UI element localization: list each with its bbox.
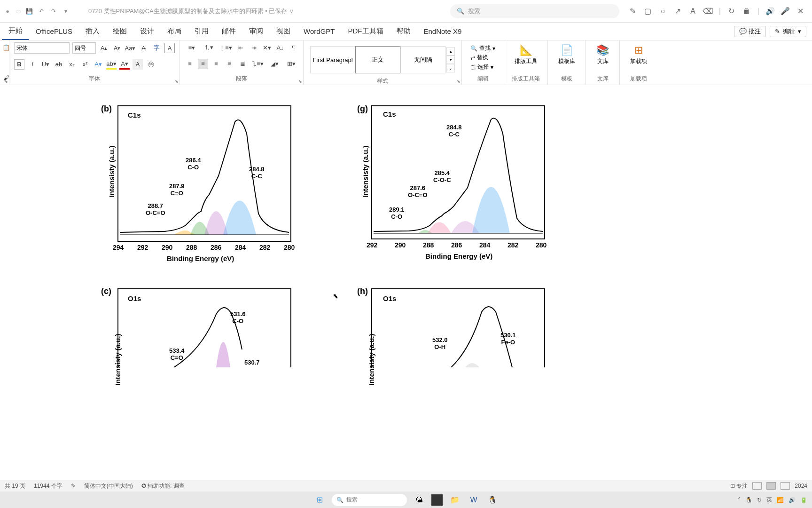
- borders-icon[interactable]: ⊞▾: [284, 59, 298, 69]
- distribute-icon[interactable]: ≣: [237, 59, 248, 69]
- tab-draw[interactable]: 绘图: [106, 23, 133, 40]
- subscript-button[interactable]: x₂: [67, 59, 77, 70]
- style-more-icon[interactable]: ⌄: [446, 64, 455, 72]
- word-icon[interactable]: W: [467, 493, 480, 507]
- clipboard-launcher[interactable]: ⬊: [4, 79, 8, 84]
- multilevel-icon[interactable]: ⋮≡▾: [219, 42, 233, 53]
- text-effects-icon[interactable]: A▾: [93, 59, 103, 70]
- web-view-icon[interactable]: [781, 482, 790, 490]
- tab-insert[interactable]: 插入: [79, 23, 106, 40]
- taskbar-search[interactable]: 🔍 搜索: [332, 494, 407, 506]
- char-shading-icon[interactable]: A: [133, 59, 143, 70]
- justify-icon[interactable]: ≡: [224, 59, 234, 69]
- char-border-icon[interactable]: A: [164, 43, 175, 53]
- search-input[interactable]: 🔍 搜索: [450, 4, 619, 18]
- line-spacing-icon[interactable]: ⇅≡▾: [250, 59, 265, 69]
- redo-icon[interactable]: ↷: [50, 8, 57, 15]
- qat-more-icon[interactable]: ▾: [62, 8, 70, 15]
- tab-officeplus[interactable]: OfficePLUS: [29, 24, 79, 39]
- shading-icon[interactable]: ◢▾: [267, 59, 281, 69]
- align-left-icon[interactable]: ≡: [185, 59, 195, 69]
- asian-layout-icon[interactable]: ✕▾: [262, 42, 272, 53]
- eraser-icon[interactable]: ⌫: [704, 7, 712, 16]
- font-launcher[interactable]: ⬊: [175, 79, 179, 84]
- status-accessibility[interactable]: ✪ 辅助功能: 调查: [141, 482, 185, 490]
- status-language[interactable]: 简体中文(中国大陆): [84, 482, 133, 490]
- style-normal[interactable]: 正文: [355, 46, 400, 73]
- start-button[interactable]: ⊞: [313, 493, 326, 507]
- tray-qq-icon[interactable]: 🐧: [745, 497, 752, 503]
- widgets-icon[interactable]: 🌤: [413, 493, 426, 507]
- grow-font-icon[interactable]: A▴: [99, 43, 109, 53]
- tray-volume-icon[interactable]: 🔊: [789, 497, 796, 503]
- style-up-icon[interactable]: ▴: [446, 47, 455, 56]
- mic-icon[interactable]: 🎤: [781, 7, 789, 16]
- tab-view[interactable]: 视图: [270, 23, 297, 40]
- tab-reference[interactable]: 引用: [188, 23, 215, 40]
- status-spell-icon[interactable]: ✎: [71, 483, 76, 489]
- arrow-icon[interactable]: ↗: [674, 7, 682, 16]
- tray-wifi-icon[interactable]: 📶: [777, 497, 784, 503]
- style-nospacing[interactable]: 无间隔: [400, 46, 445, 73]
- tray-battery-icon[interactable]: 🔋: [800, 497, 807, 503]
- replace-button[interactable]: ⇄替换: [470, 54, 495, 62]
- tray-chevron-icon[interactable]: ˄: [738, 497, 741, 503]
- tab-review[interactable]: 审阅: [242, 23, 270, 40]
- text-icon[interactable]: A: [689, 7, 697, 16]
- phonetic-icon[interactable]: 字: [151, 43, 162, 53]
- status-pages[interactable]: 共 19 页: [5, 482, 25, 490]
- increase-indent-icon[interactable]: ⇥: [249, 42, 259, 53]
- tab-mail[interactable]: 邮件: [215, 23, 242, 40]
- tab-layout[interactable]: 布局: [161, 23, 188, 40]
- explorer-icon[interactable]: [431, 494, 443, 506]
- align-center-icon[interactable]: ≡: [198, 59, 208, 69]
- focus-mode-button[interactable]: ⊡ 专注: [730, 482, 748, 490]
- para-launcher[interactable]: ⬊: [298, 79, 302, 84]
- undo-icon[interactable]: ↶: [38, 8, 45, 15]
- document-title[interactable]: 0720 柔性PNIPAM@CA生物滤膜原型的制备及去除水中的四环素 • 已保存…: [88, 7, 294, 16]
- bold-button[interactable]: B: [14, 59, 24, 70]
- trash-icon[interactable]: 🗑: [742, 7, 751, 16]
- style-down-icon[interactable]: ▾: [446, 56, 455, 64]
- bullets-icon[interactable]: ≡▾: [185, 42, 199, 53]
- tab-endnote[interactable]: EndNote X9: [417, 24, 468, 39]
- decrease-indent-icon[interactable]: ⇤: [235, 42, 246, 53]
- highlight-icon[interactable]: ab▾: [106, 59, 117, 70]
- read-view-icon[interactable]: [752, 482, 762, 490]
- document-canvas[interactable]: (b) C1s Intensisty (a.u.) 288.7 O-C=O 28…: [0, 85, 812, 480]
- save-icon[interactable]: 💾: [25, 8, 33, 15]
- align-right-icon[interactable]: ≡: [211, 59, 221, 69]
- comments-button[interactable]: 💬批注: [734, 26, 766, 37]
- status-words[interactable]: 11944 个字: [34, 482, 62, 490]
- tab-wordgpt[interactable]: WordGPT: [297, 24, 341, 39]
- sort-icon[interactable]: A↓: [275, 42, 285, 53]
- tab-start[interactable]: 开始: [2, 23, 29, 40]
- find-button[interactable]: 🔍查找 ▾: [470, 44, 495, 52]
- styles-launcher[interactable]: ⬊: [457, 79, 461, 84]
- pen-icon[interactable]: ✎: [629, 7, 637, 16]
- superscript-button[interactable]: x²: [80, 59, 90, 70]
- numbering-icon[interactable]: ⒈▾: [202, 42, 216, 53]
- underline-button[interactable]: U▾: [40, 59, 51, 70]
- shrink-font-icon[interactable]: A▾: [112, 43, 122, 53]
- square-icon[interactable]: ▢: [644, 7, 652, 16]
- moban-button[interactable]: 📄 模板库: [553, 42, 581, 67]
- tab-help[interactable]: 帮助: [390, 23, 417, 40]
- tab-pdf[interactable]: PDF工具箱: [342, 23, 390, 40]
- paiban-button[interactable]: 📐 排版工具: [509, 42, 543, 67]
- font-size-select[interactable]: [72, 42, 96, 54]
- strike-button[interactable]: ab: [54, 59, 64, 70]
- select-button[interactable]: ⬚选择 ▾: [470, 63, 495, 71]
- change-case-icon[interactable]: Aa▾: [125, 43, 135, 53]
- tab-design[interactable]: 设计: [133, 23, 161, 40]
- close-icon[interactable]: ✕: [796, 7, 804, 16]
- clear-format-icon[interactable]: A̶: [138, 43, 148, 53]
- print-view-icon[interactable]: [766, 482, 776, 490]
- qq-icon[interactable]: 🐧: [486, 493, 499, 507]
- font-color-icon[interactable]: A▾: [119, 59, 130, 70]
- font-family-select[interactable]: [14, 42, 70, 54]
- editing-mode-dropdown[interactable]: ✎编辑▾: [770, 26, 806, 37]
- circle-icon[interactable]: ○: [659, 7, 667, 16]
- style-first-paragraph[interactable]: First Paragrapl: [310, 46, 355, 73]
- tray-sync-icon[interactable]: ↻: [757, 497, 762, 503]
